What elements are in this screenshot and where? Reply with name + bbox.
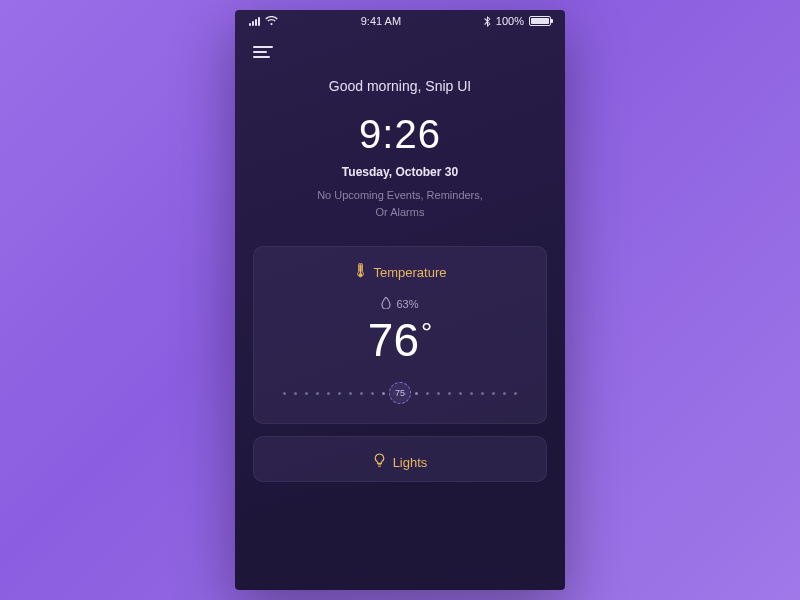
degree-symbol: ° — [421, 317, 432, 367]
status-left — [249, 16, 278, 26]
lightbulb-icon — [373, 453, 386, 471]
temperature-label: Temperature — [374, 265, 447, 280]
temperature-card-title: Temperature — [272, 263, 528, 281]
lights-label: Lights — [393, 455, 428, 470]
droplet-icon — [381, 297, 391, 311]
battery-icon — [529, 16, 551, 26]
temperature-card[interactable]: Temperature 63% 76 ° 75 — [253, 246, 547, 424]
greeting-text: Good morning, Snip UI — [255, 78, 545, 94]
slider-thumb[interactable]: 75 — [389, 382, 411, 404]
clock-time: 9:26 — [255, 112, 545, 157]
date-text: Tuesday, October 30 — [255, 165, 545, 179]
svg-point-0 — [359, 273, 362, 276]
signal-icon — [249, 17, 260, 26]
humidity-row: 63% — [272, 297, 528, 311]
lights-card[interactable]: Lights — [253, 436, 547, 482]
status-bar: 9:41 AM 100% — [235, 10, 565, 32]
header: Good morning, Snip UI 9:26 Tuesday, Octo… — [235, 72, 565, 246]
wifi-icon — [265, 16, 278, 26]
cards-container: Temperature 63% 76 ° 75 — [235, 246, 565, 482]
events-line1: No Upcoming Events, Reminders, — [317, 189, 483, 201]
svg-rect-3 — [378, 466, 381, 467]
menu-icon[interactable] — [253, 46, 273, 58]
nav-bar — [235, 32, 565, 72]
svg-rect-1 — [359, 265, 360, 273]
thermometer-icon — [354, 263, 367, 281]
svg-rect-2 — [377, 464, 381, 465]
temperature-slider[interactable]: 75 — [272, 381, 528, 405]
events-summary: No Upcoming Events, Reminders, Or Alarms — [310, 187, 490, 220]
temperature-value-row: 76 ° — [272, 313, 528, 367]
battery-percentage: 100% — [496, 15, 524, 27]
temperature-value: 76 — [368, 313, 419, 367]
events-line2: Or Alarms — [376, 206, 425, 218]
status-time: 9:41 AM — [361, 15, 401, 27]
lights-card-title: Lights — [272, 453, 528, 471]
bluetooth-icon — [484, 16, 491, 27]
humidity-value: 63% — [396, 298, 418, 310]
status-right: 100% — [484, 15, 551, 27]
slider-value: 75 — [395, 388, 405, 398]
phone-frame: 9:41 AM 100% Good morning, Snip UI 9:26 … — [235, 10, 565, 590]
